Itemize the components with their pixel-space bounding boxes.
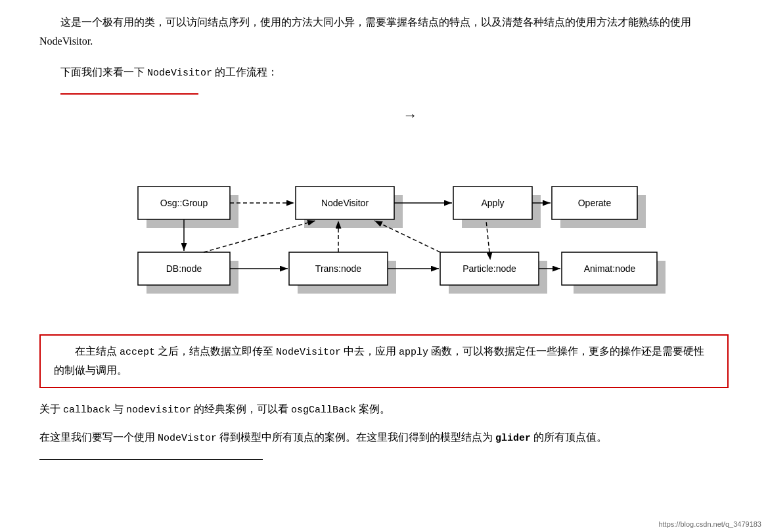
paragraph-3: 在这里我们要写一个使用 NodeVistor 得到模型中所有顶点的案例。在这里我… [39,428,729,466]
svg-line-33 [374,221,440,252]
paragraph-2: 关于 callback 与 nodevisitor 的经典案例，可以看 osgC… [39,400,729,419]
svg-text:Particle:node: Particle:node [463,263,516,274]
page-url: https://blog.csdn.net/q_3479183 [658,520,761,528]
svg-text:Osg::Group: Osg::Group [160,198,208,208]
svg-text:DB:node: DB:node [166,263,202,274]
paragraph-1: 这是一个极有用的类，可以访问结点序列，使用的方法大同小异，需要掌握各结点的特点，… [39,13,729,51]
arrow-indicator: → [403,107,418,123]
svg-text:Animat:node: Animat:node [583,263,635,274]
red-box-text: 在主结点 accept 之后，结点数据立即传至 NodeVisitor 中去，应… [54,342,714,380]
svg-text:Trans:node: Trans:node [315,263,361,274]
url-text: https://blog.csdn.net/q_3479183 [658,520,761,528]
svg-text:Apply: Apply [481,198,504,208]
svg-text:NodeVisitor: NodeVisitor [321,198,368,208]
section-heading: 下面我们来看一下 NodeVisitor 的工作流程： [60,63,729,101]
svg-text:Operate: Operate [577,198,611,208]
red-highlight-box: 在主结点 accept 之后，结点数据立即传至 NodeVisitor 中去，应… [39,334,729,388]
heading-text: 下面我们来看一下 NodeVisitor 的工作流程： [60,66,278,78]
diagram-svg: Osg::Group NodeVisitor Apply Operate DB:… [102,137,667,321]
flow-diagram: Osg::Group NodeVisitor Apply Operate DB:… [102,137,667,321]
paragraph-1-text: 这是一个极有用的类，可以访问结点序列，使用的方法大同小异，需要掌握各结点的特点，… [39,16,691,47]
